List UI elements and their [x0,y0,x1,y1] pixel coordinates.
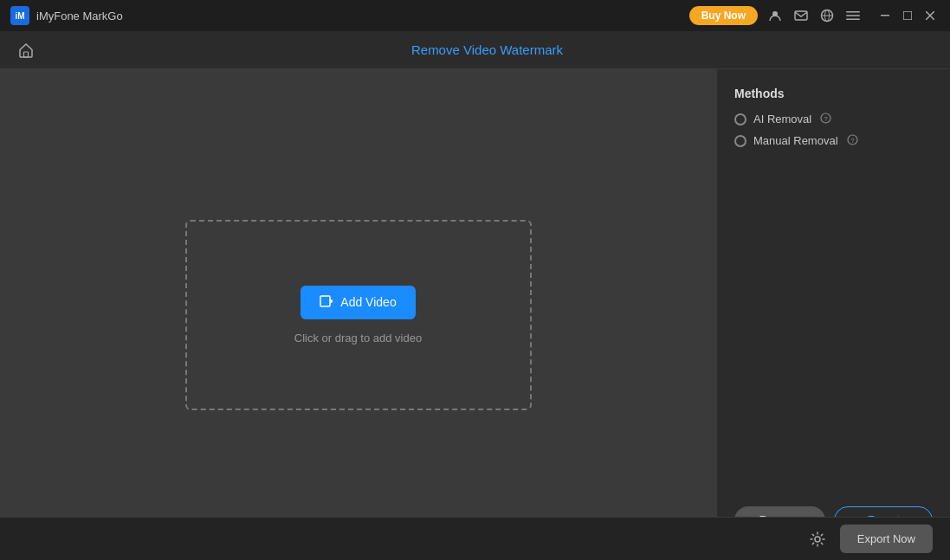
methods-section: Methods AI Removal ? Manual Removal [734,87,933,498]
export-now-button[interactable]: Export Now [840,525,933,553]
add-video-label: Add Video [340,295,396,309]
window-controls [876,6,940,25]
svg-text:?: ? [824,115,828,123]
settings-button[interactable] [805,527,830,551]
svg-rect-13 [320,296,330,306]
account-icon[interactable] [766,7,784,24]
home-button[interactable] [14,38,38,62]
video-area: Add Video Click or drag to add video [0,69,716,560]
header: Remove Video Watermark [0,31,950,69]
svg-marker-14 [330,299,333,304]
svg-rect-9 [903,11,912,20]
add-video-button[interactable]: Add Video [301,286,415,319]
manual-removal-label: Manual Removal [753,134,838,147]
main-content: Add Video Click or drag to add video Met… [0,69,950,560]
svg-rect-12 [24,52,29,57]
svg-rect-6 [846,15,860,16]
svg-rect-8 [881,15,889,16]
buy-now-button[interactable]: Buy Now [689,6,758,25]
right-panel: Methods AI Removal ? Manual Removal [716,69,950,560]
maximize-button[interactable] [898,6,917,25]
manual-removal-option[interactable]: Manual Removal ? [734,134,933,147]
video-file-icon [320,294,333,311]
minimize-button[interactable] [876,6,895,25]
mail-icon[interactable] [792,7,810,24]
globe-icon[interactable] [818,7,836,24]
app-title: iMyFone MarkGo [36,10,123,23]
ai-removal-radio[interactable] [734,113,746,126]
svg-text:?: ? [850,137,855,145]
svg-point-19 [815,537,820,542]
ai-removal-help-icon[interactable]: ? [820,113,831,126]
ai-removal-label: AI Removal [753,113,811,126]
ai-removal-option[interactable]: AI Removal ? [734,113,933,126]
titlebar-right: Buy Now [689,6,940,25]
drop-hint-text: Click or drag to add video [294,331,422,344]
svg-rect-1 [795,11,807,20]
video-drop-zone[interactable]: Add Video Click or drag to add video [185,220,532,410]
manual-removal-help-icon[interactable]: ? [847,134,858,147]
methods-title: Methods [734,87,933,100]
page-title: Remove Video Watermark [38,42,936,57]
app-logo: iM [10,6,29,25]
titlebar-left: iM iMyFone MarkGo [10,6,123,25]
bottom-bar: Export Now [0,517,950,560]
close-button[interactable] [921,6,940,25]
menu-icon[interactable] [844,7,862,24]
title-bar: iM iMyFone MarkGo Buy Now [0,0,950,31]
svg-rect-7 [846,19,860,21]
svg-rect-5 [846,11,860,13]
manual-removal-radio[interactable] [734,135,746,147]
